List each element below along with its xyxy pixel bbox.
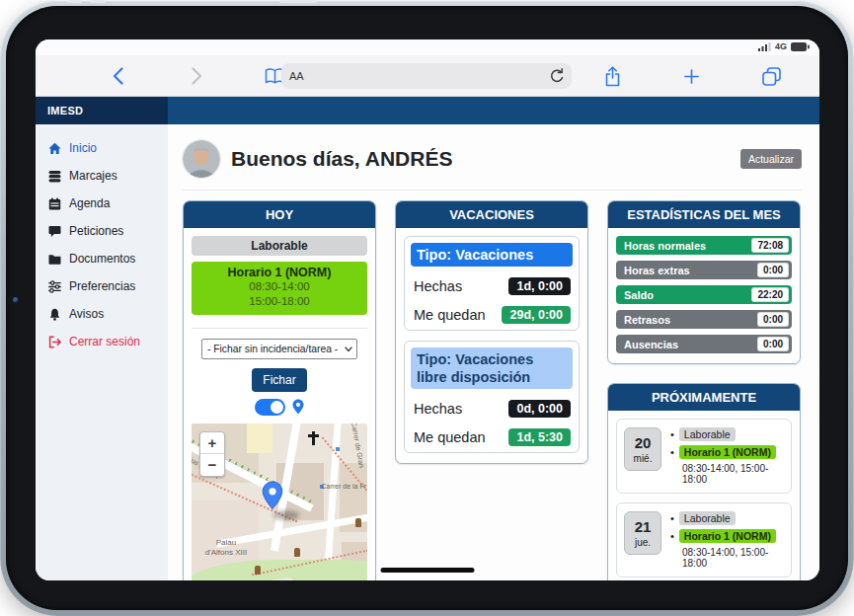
avatar <box>183 140 220 178</box>
back-button[interactable] <box>103 55 132 97</box>
vacation-row-label: Me quedan <box>414 307 486 323</box>
refresh-icon[interactable] <box>549 68 564 84</box>
sidebar-item-label: Documentos <box>69 252 135 266</box>
map-monument-icon <box>355 518 361 527</box>
stat-label: Horas extras <box>624 265 690 276</box>
screen: 4G <box>36 39 819 580</box>
sign-out-icon <box>48 336 61 348</box>
upcoming-day-item: 20 mié. Laborable Horario 1 (NORM) 08:30… <box>616 419 792 494</box>
zoom-out-button[interactable]: − <box>200 454 224 476</box>
reader-options-label[interactable]: AA <box>289 70 304 82</box>
incidence-select[interactable]: - Fichar sin incidencia/tarea - <box>201 339 357 359</box>
share-button[interactable] <box>596 55 628 97</box>
geolocation-row <box>192 399 367 416</box>
status-bar: 4G <box>36 39 819 55</box>
date-chip: 20 mié. <box>624 427 661 471</box>
folder-icon <box>48 253 61 266</box>
stat-row: Saldo 22:20 <box>616 285 792 304</box>
tabs-button[interactable] <box>754 55 788 97</box>
map-monument-icon <box>255 566 261 575</box>
sidebar-item-avisos[interactable]: Avisos <box>36 300 168 328</box>
card-proximamente-title: PRÓXIMAMENTE <box>608 384 800 411</box>
stat-value: 0:00 <box>757 312 789 327</box>
vacation-value-badge: 29d, 0:00 <box>502 306 571 324</box>
hoy-divider <box>192 328 367 329</box>
sidebar-item-cerrar-sesion[interactable]: Cerrar sesión <box>36 328 168 355</box>
profile-row: Buenos días, ANDRÉS Actualizar <box>183 137 802 181</box>
schedule-mini-badge: Horario 1 (NORM) <box>679 445 776 459</box>
stat-row: Retrasos 0:00 <box>616 310 792 329</box>
sidebar-item-agenda[interactable]: Agenda <box>36 190 168 217</box>
date-chip: 21 jue. <box>624 511 661 555</box>
sidebar-item-label: Peticiones <box>69 224 123 238</box>
card-proximamente: PRÓXIMAMENTE 20 mié. Laborable <box>607 383 801 580</box>
vacation-group: Tipo: Vacaciones libre disposición Hecha… <box>404 341 580 453</box>
front-camera <box>13 297 19 303</box>
geolocation-toggle[interactable] <box>255 399 285 416</box>
schedule-name: Horario 1 (NORM) <box>194 266 365 279</box>
home-indicator[interactable] <box>381 568 475 573</box>
day-type-badge: Laborable <box>192 236 367 256</box>
stat-label: Ausencias <box>624 339 678 350</box>
day-times: 08:30-14:00, 15:00-18:00 <box>682 547 784 569</box>
page-title-greeting: Buenos días, ANDRÉS <box>231 147 452 171</box>
fichar-button[interactable]: Fichar <box>252 368 306 392</box>
forward-button[interactable] <box>182 55 211 97</box>
vacation-value-badge: 1d, 5:30 <box>508 428 571 446</box>
app-brand[interactable]: IMESD <box>36 97 168 124</box>
sidebar-item-inicio[interactable]: Inicio <box>36 134 168 162</box>
vacation-type-header: Tipo: Vacaciones libre disposición <box>411 347 573 389</box>
schedule-time-1: 08:30-14:00 <box>194 279 365 294</box>
stat-value: 72:08 <box>751 238 789 253</box>
top-button <box>279 0 317 3</box>
vacation-row-label: Me quedan <box>414 429 486 445</box>
tablet-device: 4G <box>0 0 854 616</box>
header-divider <box>183 190 802 191</box>
sidebar-item-documentos[interactable]: Documentos <box>36 245 168 272</box>
map-zoom-control: + − <box>199 431 225 477</box>
share-icon <box>604 66 621 87</box>
address-bar[interactable]: AA <box>281 63 572 89</box>
card-hoy-title: HOY <box>184 201 375 228</box>
sidebar-item-label: Avisos <box>69 307 104 321</box>
vacation-row-label: Hechas <box>414 278 462 294</box>
zoom-in-button[interactable]: + <box>200 432 224 454</box>
back-icon <box>113 67 123 85</box>
day-type-mini-badge: Laborable <box>679 427 736 441</box>
stat-row: Ausencias 0:00 <box>616 335 792 353</box>
map[interactable]: Palau d'Alfons XIII Carrer de la Fr Carr… <box>192 424 367 580</box>
map-landmark-block <box>247 424 272 453</box>
network-type: 4G <box>775 42 787 51</box>
vacation-group: Tipo: Vacaciones Hechas 1d, 0:00 Me qued… <box>404 236 580 331</box>
vacation-row: Me quedan 1d, 5:30 <box>411 428 573 446</box>
battery-icon <box>791 42 810 51</box>
sidebar-item-marcajes[interactable]: Marcajes <box>36 162 168 190</box>
stat-row: Horas extras 0:00 <box>616 261 792 279</box>
app-header-bar <box>168 97 819 124</box>
vacation-value-badge: 1d, 0:00 <box>508 277 571 295</box>
toggle-knob <box>271 401 283 414</box>
vacation-row-label: Hechas <box>414 401 462 417</box>
stat-value: 0:00 <box>757 263 789 277</box>
actualizar-button[interactable]: Actualizar <box>740 149 802 169</box>
sidebar: Inicio Marcajes <box>36 124 168 580</box>
sidebar-item-preferencias[interactable]: Preferencias <box>36 272 168 300</box>
user-photo <box>183 140 220 178</box>
date-number: 21 <box>635 519 652 534</box>
chat-bubble-icon <box>48 225 61 238</box>
sidebar-item-label: Marcajes <box>69 169 117 183</box>
sidebar-item-label: Agenda <box>69 196 110 210</box>
date-weekday: jue. <box>635 537 651 548</box>
clock-records-icon <box>48 170 61 183</box>
map-marker-icon <box>262 481 283 514</box>
sidebar-item-peticiones[interactable]: Peticiones <box>36 217 168 245</box>
stat-row: Horas normales 72:08 <box>616 236 792 255</box>
new-tab-button[interactable] <box>675 55 707 97</box>
home-icon <box>48 142 61 155</box>
app-header: IMESD <box>36 97 819 124</box>
calendar-icon <box>48 197 61 210</box>
church-cross-icon <box>308 434 319 437</box>
bus-stop-icon <box>336 447 340 451</box>
forward-icon <box>192 67 202 85</box>
stat-value: 22:20 <box>751 287 789 302</box>
